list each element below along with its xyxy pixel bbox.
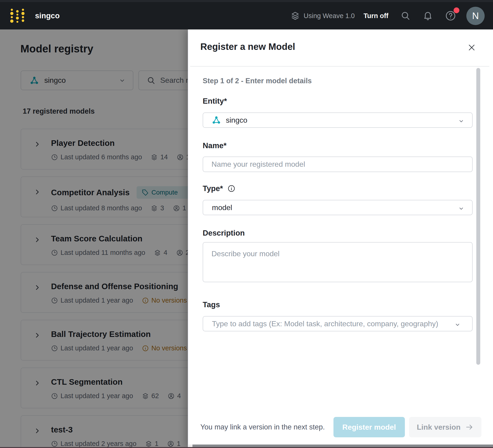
chevron-down-icon bbox=[458, 118, 465, 124]
viewport-bottom-edge bbox=[0, 447, 493, 448]
chevron-down-icon bbox=[458, 205, 465, 212]
link-version-label: Link version bbox=[417, 423, 461, 432]
description-label: Description bbox=[203, 229, 473, 237]
register-model-drawer: Register a new Model Step 1 of 2 - Enter… bbox=[188, 29, 493, 448]
register-model-button[interactable]: Register model bbox=[334, 417, 405, 437]
drawer-horizontal-scrollbar[interactable] bbox=[192, 445, 493, 447]
description-textarea[interactable] bbox=[203, 242, 473, 282]
entity-label: Entity* bbox=[203, 97, 473, 105]
tags-label: Tags bbox=[203, 300, 473, 309]
entity-select-value: singco bbox=[226, 116, 247, 124]
drawer-vertical-scrollbar[interactable] bbox=[476, 68, 480, 365]
arrow-right-icon bbox=[465, 423, 473, 431]
chevron-down-icon bbox=[454, 321, 461, 328]
scrollbar-corner bbox=[188, 445, 192, 447]
type-select-value: model bbox=[212, 203, 232, 212]
bell-icon[interactable] bbox=[423, 11, 433, 21]
type-label: Type* bbox=[203, 184, 223, 193]
notification-dot bbox=[454, 7, 459, 13]
tags-placeholder: Type to add tags (Ex: Model task, archit… bbox=[212, 320, 438, 328]
team-icon bbox=[212, 116, 221, 124]
drawer-body: Step 1 of 2 - Enter model details Entity… bbox=[188, 77, 493, 331]
avatar[interactable]: N bbox=[466, 7, 485, 25]
footer-note: You may link a version in the next step. bbox=[200, 423, 325, 431]
info-icon[interactable] bbox=[227, 185, 235, 192]
model-name-input[interactable] bbox=[203, 157, 473, 172]
header-divider bbox=[190, 66, 489, 67]
help-icon[interactable] bbox=[445, 10, 456, 21]
workspace-title: singco bbox=[35, 11, 60, 20]
step-indicator: Step 1 of 2 - Enter model details bbox=[203, 77, 473, 85]
name-label: Name* bbox=[203, 141, 473, 150]
close-icon[interactable] bbox=[467, 43, 476, 52]
turn-off-weave-button[interactable]: Turn off bbox=[364, 12, 388, 20]
drawer-title: Register a new Model bbox=[200, 42, 295, 52]
top-navbar: singco Using Weave 1.0 Turn off bbox=[0, 0, 493, 29]
tags-select[interactable]: Type to add tags (Ex: Model task, archit… bbox=[203, 316, 473, 331]
search-icon[interactable] bbox=[401, 11, 411, 21]
wandb-dots-logo-icon[interactable] bbox=[10, 7, 25, 24]
entity-select[interactable]: singco bbox=[203, 112, 473, 128]
drawer-header: Register a new Model bbox=[188, 29, 493, 66]
weave-layers-icon bbox=[291, 11, 300, 20]
link-version-button[interactable]: Link version bbox=[409, 417, 482, 437]
weave-status-label: Using Weave 1.0 bbox=[303, 12, 355, 20]
type-select[interactable]: model bbox=[203, 200, 473, 215]
drawer-footer: You may link a version in the next step.… bbox=[188, 417, 493, 437]
